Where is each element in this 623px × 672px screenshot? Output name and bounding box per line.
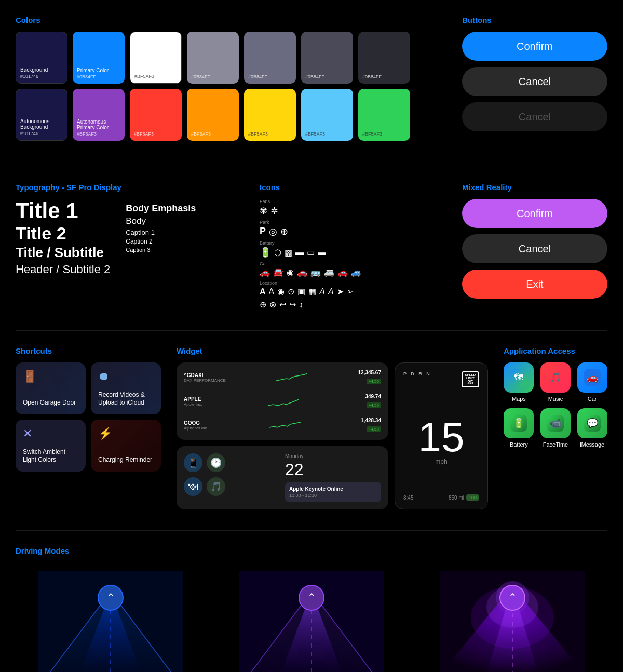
buttons-label: Buttons xyxy=(462,16,607,24)
shortcut-charging-label: Charging Reminder xyxy=(98,456,154,464)
misc-icon-2: ⊗ xyxy=(269,300,276,310)
stock-gdaxi: ^GDAXI DAX PERFORMANCE 12,345.67 +4.50 xyxy=(184,370,381,389)
clock-reminder-widget: 📱 🕐 🍽 🎵 Monday 22 xyxy=(177,446,388,509)
loc-icon-6: ▦ xyxy=(308,287,316,297)
imessage-label: iMessage xyxy=(580,441,604,448)
app-access-label: Application Access xyxy=(504,346,607,355)
park-icon-1: P xyxy=(260,226,266,237)
loc-icon-9: ➤ xyxy=(337,287,344,297)
exit-button-mr[interactable]: Exit xyxy=(462,270,607,299)
header-subtitle2-text: Header / Subtitle 2 xyxy=(16,262,110,278)
car-icon-5: 🚌 xyxy=(310,267,321,277)
color-row-1: Background #181746 Primary Color #0B84FF… xyxy=(16,32,446,84)
facetime-icon: 📹 xyxy=(540,408,571,438)
swatch-auto-bg: Autonomous Background #181746 xyxy=(16,89,67,141)
icons-car-row: Car 🚗 🚘 ◉ 🚗 🚌 🚐 🚗 🚙 xyxy=(260,261,446,277)
shortcut-ambient-label: Switch Ambient Light Colors xyxy=(23,448,78,464)
misc-icon-5: ↕ xyxy=(299,300,303,310)
standard-visual: ⌃ xyxy=(38,571,183,672)
park-icon-2: ◎ xyxy=(269,226,277,237)
shortcut-ambient[interactable]: ✕ Switch Ambient Light Colors xyxy=(16,420,86,472)
speed-unit: mph xyxy=(403,458,479,465)
maps-icon: 🗺 xyxy=(504,362,534,393)
music-icon: 🎵 xyxy=(540,362,571,393)
widget-clock-icon: 🕐 xyxy=(207,453,225,472)
speed-range-badge: 100 xyxy=(466,494,479,501)
battery-icon-1: 🔋 xyxy=(260,247,271,258)
app-facetime[interactable]: 📹 FaceTime xyxy=(540,408,571,448)
swatch-green: #BF5AF3 xyxy=(358,89,410,141)
icons-misc-row: ⊕ ⊗ ↩ ↪ ↕ xyxy=(260,300,446,310)
speed-header-label: P D R N xyxy=(403,371,431,377)
car-icon-6: 🚐 xyxy=(324,267,334,277)
shortcut-garage[interactable]: 🚪 Open Garage Door xyxy=(16,362,86,414)
title1-text: Title 1 xyxy=(16,199,110,223)
facetime-label: FaceTime xyxy=(543,441,568,448)
goog-chart xyxy=(269,419,301,432)
imessage-icon: 💬 xyxy=(577,408,607,438)
loc-icon-2: A xyxy=(269,287,275,297)
typography-label: Typography - SF Pro Display xyxy=(16,183,244,192)
shortcut-record[interactable]: ⏺ Record Videos & Upload to iCloud xyxy=(91,362,161,414)
typography-body: Body Emphasis Body Caption 1 Caption 2 C… xyxy=(126,199,196,278)
mixed-reality-label: Mixed Reality xyxy=(462,183,607,192)
speed-clock: 8:45 xyxy=(403,495,413,501)
swatch-auto-primary: Autonomous Primary Color #BF5AF3 xyxy=(73,89,125,141)
widget-label: Widget xyxy=(177,346,488,355)
colors-label: Colors xyxy=(16,16,446,24)
shortcuts-label: Shortcuts xyxy=(16,346,161,355)
car-app-icon: 🚗 xyxy=(577,362,607,393)
confirm-button-top[interactable]: Confirm xyxy=(462,32,607,61)
loc-icon-1: A xyxy=(260,287,266,297)
icons-location-row: Location A A ◉ ⊙ ▣ ▦ A A ➤ ➢ xyxy=(260,280,446,297)
app-music[interactable]: 🎵 Music xyxy=(540,362,571,402)
car-icon-8: 🚙 xyxy=(351,267,361,277)
svg-text:📹: 📹 xyxy=(550,418,562,429)
stock-apple: APPLE Apple Inc. 349.74 +4.50 xyxy=(184,394,381,413)
app-imessage[interactable]: 💬 iMessage xyxy=(577,408,607,448)
charging-icon: ⚡ xyxy=(98,427,154,440)
loc-icon-10: ➢ xyxy=(347,287,354,297)
app-car[interactable]: 🚗 Car xyxy=(577,362,607,402)
icons-battery-row: Battery 🔋 ⬡ ▩ ▬ ▭ ▬ xyxy=(260,240,446,258)
svg-text:⌃: ⌃ xyxy=(307,592,316,603)
speed-value: 15 xyxy=(403,416,479,458)
reminder-date: 22 xyxy=(285,461,381,478)
shortcut-garage-label: Open Garage Door xyxy=(23,399,78,407)
driving-mode-autonomous: ⌃ Autonomous xyxy=(417,571,607,672)
cancel-button-top[interactable]: Cancel xyxy=(462,67,607,96)
cancel-button-mr[interactable]: Cancel xyxy=(462,234,607,263)
loc-icon-4: ⊙ xyxy=(288,287,294,297)
car-icon-1: 🚗 xyxy=(260,267,270,277)
record-icon: ⏺ xyxy=(98,370,154,383)
misc-icon-4: ↪ xyxy=(289,300,296,310)
driving-mode-standard: ⌃ Standard xyxy=(16,571,206,672)
driving-modes-label: Driving Modes xyxy=(16,546,607,555)
park-icon-3: ⊕ xyxy=(280,226,288,237)
reminder-event: Apple Keynote Online 10:00 - 11:30 xyxy=(285,482,381,502)
app-maps[interactable]: 🗺 Maps xyxy=(504,362,534,402)
confirm-button-mr[interactable]: Confirm xyxy=(462,199,607,228)
svg-text:🎵: 🎵 xyxy=(550,372,562,383)
widget-food-icon: 🍽 xyxy=(184,477,202,496)
body-emphasis-text: Body Emphasis xyxy=(126,203,196,214)
misc-icon-3: ↩ xyxy=(279,300,286,310)
icons-park-row: Park P ◎ ⊕ xyxy=(260,220,446,237)
apple-chart xyxy=(268,395,299,408)
swatch-cyan: #BF5AF3 xyxy=(301,89,353,141)
swatch-red: #BF5AF3 xyxy=(130,89,182,141)
title2-text: Title 2 xyxy=(16,223,110,244)
autonomous-ready-visual: ⌃ xyxy=(239,571,384,672)
shortcut-charging[interactable]: ⚡ Charging Reminder xyxy=(91,420,161,472)
widget-phone-icon: 📱 xyxy=(184,453,202,472)
battery-icon-4: ▬ xyxy=(295,248,304,257)
title-subtitle-text: Title / Subtitle xyxy=(16,244,110,262)
app-battery[interactable]: 🔋 Battery xyxy=(504,408,534,448)
caption1-text: Caption 1 xyxy=(126,229,196,236)
speed-limit-box: SPEED LIMIT 25 xyxy=(462,371,479,387)
svg-text:⌃: ⌃ xyxy=(508,592,517,603)
svg-text:💬: 💬 xyxy=(587,418,599,429)
swatch-white: #BF5AF3 xyxy=(130,32,182,84)
caption3-text: Caption 3 xyxy=(126,247,196,253)
battery-icon-3: ▩ xyxy=(285,248,292,258)
